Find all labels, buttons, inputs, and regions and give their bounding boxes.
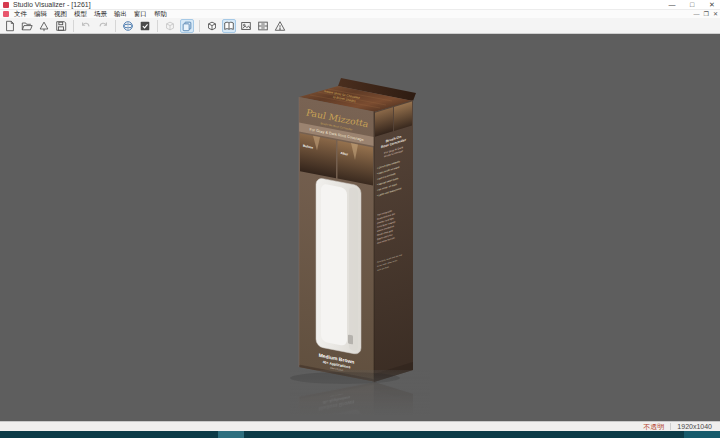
import-icon[interactable] (37, 19, 51, 33)
toolbar-separator (199, 20, 200, 32)
window-title: Studio Visualizer - [1261] (13, 0, 91, 10)
toolbar-separator (115, 20, 116, 32)
duplicate-pages-icon[interactable] (180, 19, 194, 33)
minimize-button[interactable]: — (667, 0, 677, 9)
new-document-icon[interactable] (3, 19, 17, 33)
show-box-icon[interactable] (205, 19, 219, 33)
warnings-icon[interactable] (273, 19, 287, 33)
status-separator (670, 423, 671, 430)
preferences-check-icon[interactable] (138, 19, 152, 33)
menu-view[interactable]: 视图 (54, 10, 67, 18)
redo-icon (96, 19, 110, 33)
mdi-minimize-button[interactable]: — (694, 10, 700, 18)
taskbar-tray-segment[interactable] (684, 431, 720, 438)
app-icon (3, 2, 9, 8)
toolbar-separator (157, 20, 158, 32)
taskbar[interactable] (0, 431, 720, 438)
toolbar-separator (73, 20, 74, 32)
artwork-book-icon[interactable] (222, 19, 236, 33)
close-button[interactable]: ✕ (707, 0, 717, 9)
package-box: Instant Shine for Chocolate to Brown Sha… (299, 78, 416, 382)
taskbar-app-segment[interactable] (218, 431, 244, 438)
library-drawer-icon[interactable] (256, 19, 270, 33)
menu-file[interactable]: 文件 (14, 10, 27, 18)
package-render: Instant Shine for Chocolate to Brown Sha… (290, 70, 430, 420)
menu-window[interactable]: 窗口 (134, 10, 147, 18)
mdi-close-button[interactable]: ✕ (713, 10, 718, 18)
undo-icon (79, 19, 93, 33)
menu-scene[interactable]: 场景 (94, 10, 107, 18)
menu-bar: 文件 编辑 视图 模型 场景 输出 窗口 帮助 — ❐ ✕ (0, 10, 720, 18)
open-folder-icon[interactable] (20, 19, 34, 33)
package-front-panel: Paul Mizzotta Brush-On Root Concealer Fo… (299, 97, 374, 382)
wireframe-box-icon (163, 19, 177, 33)
snapshot-image-icon[interactable] (239, 19, 253, 33)
document-icon (3, 11, 9, 17)
resolution-status: 1920x1040 (677, 422, 712, 431)
package-side-panel: Brush-On Root Concealer For Gray & Dark … (374, 100, 413, 382)
save-icon[interactable] (54, 19, 68, 33)
status-bar: 不透明 1920x1040 (0, 421, 720, 431)
menu-help[interactable]: 帮助 (154, 10, 167, 18)
menu-output[interactable]: 输出 (114, 10, 127, 18)
menu-edit[interactable]: 编辑 (34, 10, 47, 18)
menu-model[interactable]: 模型 (74, 10, 87, 18)
3d-viewport[interactable]: Instant Shine for Chocolate to Brown Sha… (0, 34, 720, 421)
update-globe-icon[interactable] (121, 19, 135, 33)
toolbar (0, 18, 720, 34)
title-bar: Studio Visualizer - [1261] — □ ✕ (0, 0, 720, 10)
mdi-restore-button[interactable]: ❐ (704, 10, 709, 18)
maximize-button[interactable]: □ (687, 0, 697, 9)
opacity-status: 不透明 (643, 422, 664, 431)
reflection-fade (290, 370, 430, 420)
